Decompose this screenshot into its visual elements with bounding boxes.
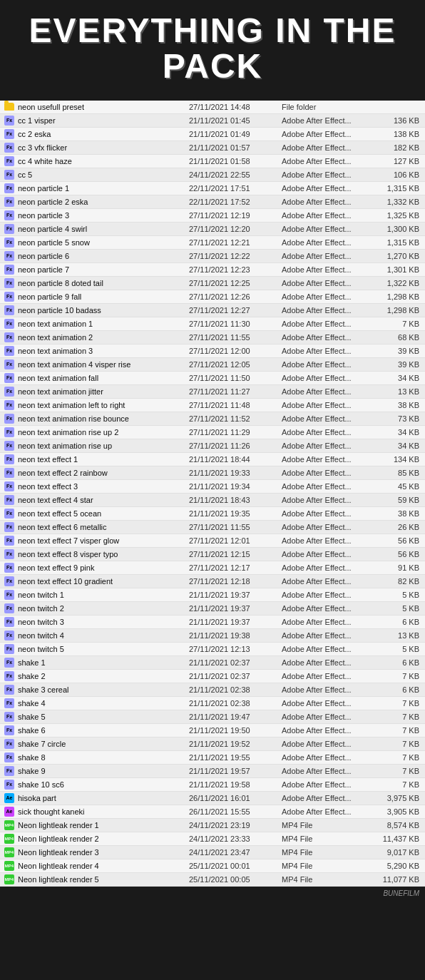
file-row[interactable]: Fxneon twitch 121/11/2021 19:37Adobe Aft…	[0, 588, 425, 602]
file-row[interactable]: Fxcc 3 vfx flicker21/11/2021 01:57Adobe …	[0, 141, 425, 155]
file-size: 82 KB	[374, 577, 422, 586]
file-row[interactable]: Fxneon text effect 5 ocean21/11/2021 19:…	[0, 507, 425, 521]
file-size: 134 KB	[374, 455, 422, 464]
file-row[interactable]: Fxneon particle 5 snow27/11/2021 12:21Ad…	[0, 236, 425, 250]
file-type: Adobe After Effect...	[282, 767, 374, 775]
file-row[interactable]: Fxneon text effect 10 gradient27/11/2021…	[0, 575, 425, 588]
file-row[interactable]: Fxneon particle 10 badass27/11/2021 12:2…	[0, 304, 425, 317]
file-row[interactable]: Fxshake 7 circle21/11/2021 19:52Adobe Af…	[0, 737, 425, 751]
file-row[interactable]: Fxneon particle 727/11/2021 12:23Adobe A…	[0, 263, 425, 277]
file-name: neon twitch 5	[18, 645, 189, 653]
file-type: Adobe After Effect...	[282, 604, 374, 613]
file-row[interactable]: Fxshake 221/11/2021 02:37Adobe After Eff…	[0, 670, 425, 683]
file-row[interactable]: Fxneon twitch 321/11/2021 19:37Adobe Aft…	[0, 616, 425, 629]
file-date: 26/11/2021 15:55	[189, 807, 282, 816]
file-size: 7 KB	[374, 753, 422, 762]
file-name: neon particle 7	[18, 265, 189, 274]
ae-icon: Fx	[4, 590, 14, 600]
file-size: 5 KB	[374, 591, 422, 599]
ae-icon: Fx	[4, 183, 14, 193]
file-row[interactable]: Fxneon particle 2 eska22/11/2021 17:52Ad…	[0, 195, 425, 209]
file-type: Adobe After Effect...	[282, 658, 374, 667]
file-name: neon particle 4 swirl	[18, 225, 189, 233]
ae-icon: Fx	[4, 752, 14, 762]
file-row[interactable]: MP4Neon lightleak render 124/11/2021 23:…	[0, 819, 425, 832]
file-row[interactable]: Fxneon text effect 4 star21/11/2021 18:4…	[0, 494, 425, 507]
file-date: 21/11/2021 19:52	[189, 740, 282, 748]
file-row[interactable]: Fxcc 524/11/2021 22:55Adobe After Effect…	[0, 168, 425, 182]
file-row[interactable]: Fxneon text effect 9 pink27/11/2021 12:1…	[0, 561, 425, 575]
file-row[interactable]: Fxneon particle 627/11/2021 12:22Adobe A…	[0, 250, 425, 263]
file-type: Adobe After Effect...	[282, 496, 374, 504]
file-row[interactable]: Fxneon text effect 6 metallic27/11/2021 …	[0, 521, 425, 534]
file-row[interactable]: neon usefull preset27/11/2021 14:48File …	[0, 101, 425, 114]
file-row[interactable]: Fxneon text animation rise up27/11/2021 …	[0, 439, 425, 453]
file-date: 22/11/2021 17:51	[189, 184, 282, 193]
file-date: 21/11/2021 02:38	[189, 699, 282, 708]
file-row[interactable]: Fxcc 1 visper21/11/2021 01:45Adobe After…	[0, 114, 425, 128]
file-row[interactable]: Fxshake 621/11/2021 19:50Adobe After Eff…	[0, 724, 425, 737]
file-name: shake 4	[18, 699, 189, 708]
file-row[interactable]: Fxshake 10 sc621/11/2021 19:58Adobe Afte…	[0, 778, 425, 792]
file-row[interactable]: Fxneon text animation rise up 227/11/202…	[0, 426, 425, 439]
file-name: cc 4 white haze	[18, 157, 189, 165]
file-row[interactable]: Fxneon particle 9 fall27/11/2021 12:26Ad…	[0, 290, 425, 304]
file-row[interactable]: Fxneon particle 8 doted tail27/11/2021 1…	[0, 277, 425, 290]
file-date: 21/11/2021 19:37	[189, 618, 282, 626]
file-row[interactable]: Fxneon text animation 327/11/2021 12:00A…	[0, 344, 425, 358]
ae-icon: Fx	[4, 468, 14, 478]
file-row[interactable]: Fxneon text effect 321/11/2021 19:34Adob…	[0, 480, 425, 494]
file-row[interactable]: Fxneon particle 327/11/2021 12:19Adobe A…	[0, 209, 425, 223]
file-row[interactable]: Fxshake 121/11/2021 02:37Adobe After Eff…	[0, 656, 425, 670]
file-row[interactable]: MP4Neon lightleak render 425/11/2021 00:…	[0, 859, 425, 873]
file-row[interactable]: Fxneon twitch 221/11/2021 19:37Adobe Aft…	[0, 602, 425, 616]
file-row[interactable]: Fxshake 3 cereal21/11/2021 02:38Adobe Af…	[0, 683, 425, 697]
file-row[interactable]: Fxneon twitch 421/11/2021 19:38Adobe Aft…	[0, 629, 425, 643]
file-row[interactable]: Fxshake 521/11/2021 19:47Adobe After Eff…	[0, 710, 425, 724]
file-row[interactable]: Aehisoka part26/11/2021 16:01Adobe After…	[0, 792, 425, 805]
file-date: 21/11/2021 19:35	[189, 509, 282, 518]
file-row[interactable]: Fxcc 4 white haze21/11/2021 01:58Adobe A…	[0, 155, 425, 168]
file-size: 38 KB	[374, 401, 422, 409]
file-size: 7 KB	[374, 740, 422, 748]
file-row[interactable]: Fxneon text animation 127/11/2021 11:30A…	[0, 317, 425, 331]
file-row[interactable]: Fxneon particle 4 swirl27/11/2021 12:20A…	[0, 223, 425, 236]
file-size: 1,325 KB	[374, 211, 422, 220]
file-size: 7 KB	[374, 726, 422, 735]
file-row[interactable]: Fxcc 2 eska21/11/2021 01:49Adobe After E…	[0, 128, 425, 141]
file-row[interactable]: Fxneon text animation left to right27/11…	[0, 399, 425, 412]
file-name: shake 6	[18, 726, 189, 735]
file-type: Adobe After Effect...	[282, 116, 374, 125]
file-row[interactable]: Fxneon text animation jitter27/11/2021 1…	[0, 385, 425, 399]
file-date: 21/11/2021 19:34	[189, 482, 282, 491]
file-date: 27/11/2021 12:20	[189, 225, 282, 233]
file-row[interactable]: Fxneon text animation fall27/11/2021 11:…	[0, 372, 425, 385]
file-date: 21/11/2021 19:33	[189, 469, 282, 477]
file-row[interactable]: MP4Neon lightleak render 324/11/2021 23:…	[0, 846, 425, 859]
ae-icon: Fx	[4, 576, 14, 586]
file-row[interactable]: Fxneon text effect 7 visper glow27/11/20…	[0, 534, 425, 548]
file-row[interactable]: Fxneon text effect 121/11/2021 18:44Adob…	[0, 453, 425, 466]
file-type: Adobe After Effect...	[282, 713, 374, 721]
ae-icon: Fx	[4, 454, 14, 464]
ae-icon: Fx	[4, 278, 14, 288]
ae-icon: Fx	[4, 116, 14, 126]
file-size: 1,298 KB	[374, 306, 422, 315]
file-row[interactable]: Fxneon text animation rise bounce27/11/2…	[0, 412, 425, 426]
file-row[interactable]: Fxshake 921/11/2021 19:57Adobe After Eff…	[0, 765, 425, 778]
file-row[interactable]: Fxneon text effect 2 rainbow21/11/2021 1…	[0, 466, 425, 480]
file-row[interactable]: Fxneon text animation 227/11/2021 11:55A…	[0, 331, 425, 344]
file-row[interactable]: MP4Neon lightleak render 525/11/2021 00:…	[0, 873, 425, 887]
file-row[interactable]: Fxneon particle 122/11/2021 17:51Adobe A…	[0, 182, 425, 195]
file-row[interactable]: Fxshake 421/11/2021 02:38Adobe After Eff…	[0, 697, 425, 710]
file-date: 24/11/2021 23:33	[189, 834, 282, 843]
file-row[interactable]: Aesick thought kaneki26/11/2021 15:55Ado…	[0, 805, 425, 819]
file-row[interactable]: MP4Neon lightleak render 224/11/2021 23:…	[0, 832, 425, 846]
file-date: 21/11/2021 19:47	[189, 713, 282, 721]
file-row[interactable]: Fxneon text animation 4 visper rise27/11…	[0, 358, 425, 372]
file-row[interactable]: Fxshake 821/11/2021 19:55Adobe After Eff…	[0, 751, 425, 765]
file-type: Adobe After Effect...	[282, 238, 374, 247]
file-row[interactable]: Fxneon text effect 8 visper typo27/11/20…	[0, 548, 425, 561]
ae-icon: Fx	[4, 319, 14, 329]
file-row[interactable]: Fxneon twitch 527/11/2021 12:13Adobe Aft…	[0, 643, 425, 656]
